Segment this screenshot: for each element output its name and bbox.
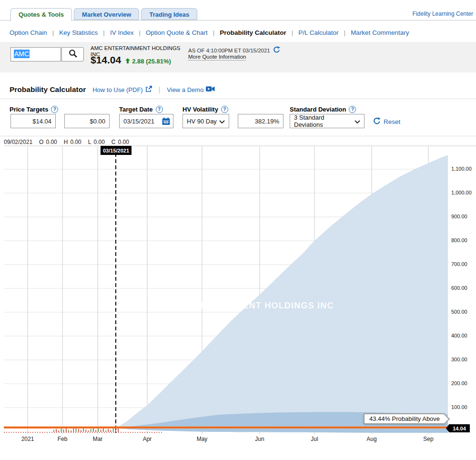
up-arrow-icon bbox=[125, 58, 130, 65]
y-axis-tick: 900.00 bbox=[451, 214, 467, 219]
standard-deviation-label-text: Standard Deviation bbox=[290, 106, 346, 113]
price-change-text: 2.88 (25.81%) bbox=[132, 58, 171, 65]
target-date-input[interactable] bbox=[120, 114, 161, 128]
ohlc-h: H0.00 bbox=[64, 139, 81, 145]
nav-separator: | bbox=[139, 29, 141, 36]
price-change: 2.88 (25.81%) bbox=[125, 58, 171, 65]
divider bbox=[0, 99, 476, 99]
page-title: Probability Calculator bbox=[10, 85, 86, 94]
top-tabs: Quotes & ToolsMarket OverviewTrading Ide… bbox=[10, 8, 197, 21]
probability-tooltip: 43.44% Probability Above bbox=[364, 413, 446, 424]
standard-deviation-select[interactable]: 3 Standard Deviations bbox=[290, 114, 365, 128]
as-of-text: AS OF 4:10:00PM ET 03/15/2021 bbox=[188, 48, 270, 53]
nav-item-key-statistics[interactable]: Key Statistics bbox=[59, 29, 98, 36]
target-date-label: Target Date ? bbox=[119, 106, 163, 113]
y-axis-tick: 700.00 bbox=[451, 261, 467, 267]
ohlc-l: L0.00 bbox=[88, 139, 105, 145]
how-to-use-label: How to Use (PDF) bbox=[92, 86, 142, 93]
nav-item-option-quote-chart[interactable]: Option Quote & Chart bbox=[146, 29, 208, 36]
calendar-icon[interactable] bbox=[162, 117, 170, 127]
price-target-2-input[interactable] bbox=[64, 114, 110, 128]
x-axis-tick: Aug bbox=[366, 436, 376, 442]
price-targets-help-icon[interactable]: ? bbox=[51, 106, 58, 113]
nav-separator: | bbox=[213, 29, 215, 36]
y-axis-tick: 200.00 bbox=[451, 380, 467, 386]
tab-trading-ideas[interactable]: Trading Ideas bbox=[141, 8, 197, 20]
target-date-help-icon[interactable]: ? bbox=[156, 106, 163, 113]
tab-market-overview[interactable]: Market Overview bbox=[74, 8, 139, 20]
x-axis-tick: Jul bbox=[311, 436, 318, 442]
target-date-flag: 03/15/2021 bbox=[101, 146, 132, 155]
hv-volatility-label: HV Volatility ? bbox=[182, 106, 228, 113]
last-price: $14.04 bbox=[91, 54, 121, 66]
ohlc-c: C0.00 bbox=[111, 139, 129, 145]
y-axis-tick: 400.00 bbox=[451, 333, 467, 338]
reset-label: Reset bbox=[384, 118, 400, 125]
target-date-field bbox=[119, 114, 173, 128]
view-demo-label: View a Demo bbox=[167, 86, 203, 93]
hv-volatility-help-icon[interactable]: ? bbox=[221, 106, 228, 113]
y-axis-tick: 600.00 bbox=[451, 285, 467, 291]
search-icon bbox=[69, 49, 77, 60]
x-axis-tick: May bbox=[197, 436, 208, 442]
hv-volatility-label-text: HV Volatility bbox=[182, 106, 218, 113]
price-row: $14.04 2.88 (25.81%) bbox=[91, 54, 171, 66]
x-axis-tick: Apr bbox=[143, 436, 152, 442]
x-axis-tick: Jun bbox=[255, 436, 264, 442]
tab-quotes-tools[interactable]: Quotes & Tools bbox=[10, 8, 72, 21]
nav-separator: | bbox=[344, 29, 346, 36]
y-axis-tick: 500.00 bbox=[451, 309, 467, 315]
ohlc-date: 09/02/2021 bbox=[4, 139, 32, 145]
more-quote-information-link[interactable]: More Quote Information bbox=[188, 54, 246, 61]
price-targets-label: Price Targets ? bbox=[10, 106, 58, 113]
hv-period-select[interactable]: HV 90 Day bbox=[182, 114, 229, 128]
chart-watermark: AMC ENTERTAINMENT HOLDINGS INC bbox=[157, 301, 334, 311]
hv-value-input[interactable] bbox=[238, 114, 284, 128]
nav-item-probability-calculator[interactable]: Probability Calculator bbox=[220, 29, 286, 36]
nav-item-market-commentary[interactable]: Market Commentary bbox=[351, 29, 409, 36]
nav-item-option-chain[interactable]: Option Chain bbox=[10, 29, 47, 36]
nav-separator: | bbox=[52, 29, 54, 36]
title-row: Probability Calculator How to Use (PDF) … bbox=[10, 85, 215, 94]
standard-deviation-value: 3 Standard Deviations bbox=[294, 114, 354, 128]
nav-item-iv-index[interactable]: IV Index bbox=[110, 29, 134, 36]
probability-calculator-page: Quotes & ToolsMarket OverviewTrading Ide… bbox=[0, 0, 476, 460]
reset-button[interactable]: Reset bbox=[373, 117, 400, 126]
refresh-icon bbox=[373, 117, 381, 126]
search-button[interactable] bbox=[61, 47, 84, 61]
quote-bar: AMC AMC ENTERTAINMENT HOLDINGS INC $14.0… bbox=[0, 42, 476, 72]
view-demo-link[interactable]: View a Demo bbox=[167, 86, 215, 93]
price-targets-label-text: Price Targets bbox=[10, 106, 48, 113]
x-axis-tick: 2021 bbox=[21, 436, 34, 442]
chevron-down-icon bbox=[354, 118, 360, 125]
symbol-search-input[interactable]: AMC bbox=[10, 47, 61, 61]
standard-deviation-help-icon[interactable]: ? bbox=[349, 106, 356, 113]
y-axis-tick: 300.00 bbox=[451, 357, 467, 362]
chart-plot-area[interactable] bbox=[0, 137, 476, 447]
x-axis-tick: Mar bbox=[93, 436, 103, 442]
nav-item-p-l-calculator[interactable]: P/L Calculator bbox=[298, 29, 338, 36]
target-date-label-text: Target Date bbox=[119, 106, 153, 113]
standard-deviation-label: Standard Deviation ? bbox=[290, 106, 356, 113]
symbol-text: AMC bbox=[14, 50, 30, 58]
hv-period-value: HV 90 Day bbox=[187, 118, 217, 125]
y-axis-tick: 100.00 bbox=[451, 404, 467, 410]
divider bbox=[0, 136, 476, 136]
ohlc-readout: 09/02/2021O0.00H0.00L0.00C0.00 bbox=[4, 139, 129, 145]
current-price-badge: 14.04 bbox=[446, 424, 470, 432]
refresh-icon[interactable] bbox=[273, 46, 280, 54]
video-camera-icon bbox=[206, 86, 215, 93]
y-axis-tick: 1,000.00 bbox=[451, 190, 472, 195]
x-axis-tick: Feb bbox=[58, 436, 68, 442]
as-of-row: AS OF 4:10:00PM ET 03/15/2021 bbox=[188, 46, 280, 54]
nav-separator: | bbox=[103, 29, 105, 36]
how-to-use-link[interactable]: How to Use (PDF) bbox=[92, 86, 152, 94]
y-axis-tick: 1,100.00 bbox=[451, 166, 472, 172]
ohlc-o: O0.00 bbox=[39, 139, 57, 145]
fidelity-learning-center-link[interactable]: Fidelity Learning Center bbox=[413, 10, 473, 17]
probability-chart: 09/02/2021O0.00H0.00L0.00C0.00 AMC ENTER… bbox=[0, 137, 476, 460]
price-target-1-input[interactable] bbox=[10, 114, 56, 128]
tool-nav: Option Chain|Key Statistics|IV Index|Opt… bbox=[10, 29, 409, 36]
x-axis-tick: Sep bbox=[423, 436, 433, 442]
external-link-icon bbox=[145, 86, 152, 94]
